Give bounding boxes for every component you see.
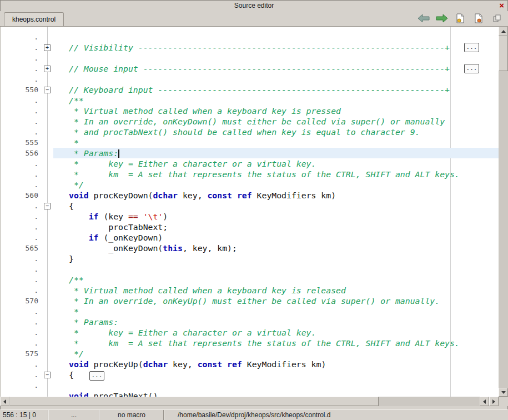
code-text: * km = A set that represents the status … [53, 169, 499, 179]
status-bar: 556 : 15 | 0 ... no macro /home/basile/D… [0, 409, 508, 420]
fold-column: + [42, 42, 53, 53]
code-line[interactable]: . [1, 264, 499, 274]
fold-column: − [42, 369, 53, 380]
line-number: . [1, 232, 42, 243]
vertical-scrollbar[interactable] [499, 27, 508, 397]
save-document-icon[interactable] [472, 13, 485, 24]
fold-column [42, 274, 53, 285]
code-text: * Virtual method called when a keyboard … [53, 285, 499, 296]
line-number: . [1, 179, 42, 190]
code-line[interactable]: . [1, 380, 499, 391]
detach-editor-icon[interactable] [490, 13, 504, 24]
code-line[interactable]: ./** [1, 274, 499, 285]
code-line[interactable]: .+// Mouse input -----------------------… [1, 63, 499, 74]
code-text: // Mouse input -------------------------… [53, 63, 499, 74]
code-line[interactable]: . if (key == '\t') [1, 211, 499, 222]
fold-toggle-icon[interactable]: + [44, 66, 51, 72]
tab-bar: kheops.control [0, 11, 508, 27]
fold-toggle-icon[interactable]: + [44, 44, 51, 51]
fold-column [42, 232, 53, 243]
code-text: // Keyboard input ----------------------… [53, 84, 499, 95]
line-number: . [1, 42, 42, 53]
code-line[interactable]: . * Virtual method called when a keyboar… [1, 285, 499, 296]
code-line[interactable]: 575 */ [1, 348, 499, 359]
close-icon[interactable]: × [499, 1, 504, 11]
fold-column [42, 137, 53, 148]
code-line[interactable]: 550−// Keyboard input ------------------… [1, 84, 499, 95]
code-line[interactable]: . * key = Either a character or a virtua… [1, 327, 499, 338]
new-document-icon[interactable] [454, 13, 467, 24]
fold-toggle-icon[interactable]: − [44, 203, 51, 209]
code-line[interactable]: . * km = A set that represents the statu… [1, 169, 499, 179]
fold-column [42, 148, 53, 158]
code-text: void procKeyUp(dchar key, const ref KeyM… [53, 359, 499, 369]
code-line[interactable]: . [1, 74, 499, 84]
window-title: Source editor [234, 2, 274, 9]
line-number: 565 [1, 243, 42, 253]
code-line[interactable]: . * km = A set that represents the statu… [1, 338, 499, 348]
folded-region-ellipsis[interactable]: ... [464, 43, 479, 52]
horizontal-scrollbar-thumb[interactable] [9, 397, 379, 406]
code-text: void procKeyDown(dchar key, const ref Ke… [53, 190, 499, 201]
line-number: . [1, 338, 42, 348]
code-line[interactable]: 560void procKeyDown(dchar key, const ref… [1, 190, 499, 201]
fold-column [42, 222, 53, 232]
fold-column [42, 391, 53, 397]
statusbar-ellipsis: ... [49, 410, 99, 420]
code-line[interactable]: 570 * In an override, onKeyUp() must eit… [1, 296, 499, 306]
line-number: . [1, 106, 42, 116]
code-line[interactable]: . * Params: [1, 317, 499, 327]
scroll-down-icon[interactable] [499, 388, 508, 397]
code-line[interactable]: . * and procTabNext() should be called w… [1, 127, 499, 137]
scroll-up-icon[interactable] [499, 27, 508, 36]
code-line[interactable]: 556 * Params: [1, 148, 499, 158]
code-line[interactable]: . * [1, 306, 499, 317]
caret-position: 556 : 15 | 0 [0, 410, 48, 420]
code-line[interactable]: . */ [1, 179, 499, 190]
code-line[interactable]: .+// Visibility ------------------------… [1, 42, 499, 53]
code-line[interactable]: .void procKeyUp(dchar key, const ref Key… [1, 359, 499, 369]
fold-column [42, 190, 53, 201]
code-line[interactable]: . * Virtual method called when a keyboar… [1, 106, 499, 116]
code-line[interactable]: .−{... [1, 369, 499, 380]
code-line[interactable]: ./** [1, 95, 499, 106]
code-text [53, 380, 499, 391]
scroll-left-secondary-icon[interactable] [480, 397, 489, 406]
code-line[interactable]: 565 _onKeyDown(this, key, km); [1, 243, 499, 253]
code-text: * key = Either a character or a virtual … [53, 327, 499, 338]
line-number: . [1, 95, 42, 106]
code-line[interactable]: . * In an override, onKeyDown() must eit… [1, 116, 499, 127]
code-line[interactable]: . [1, 53, 499, 63]
scroll-left-icon[interactable] [0, 397, 9, 406]
go-previous-icon[interactable] [417, 13, 430, 24]
fold-column [42, 169, 53, 179]
code-line[interactable]: .void procTabNext() [1, 391, 499, 397]
fold-toggle-icon[interactable]: − [44, 87, 51, 93]
scroll-right-icon[interactable] [489, 397, 499, 406]
go-next-icon[interactable] [435, 13, 449, 24]
fold-column [42, 243, 53, 253]
vertical-scrollbar-thumb[interactable] [499, 36, 508, 71]
line-number: 556 [1, 148, 42, 158]
code-line[interactable]: .} [1, 253, 499, 264]
line-number: . [1, 327, 42, 338]
line-number: . [1, 285, 42, 296]
folded-region-ellipsis[interactable]: ... [464, 64, 479, 73]
code-line[interactable]: . if (_onKeyDown) [1, 232, 499, 243]
folded-region-ellipsis[interactable]: ... [89, 371, 104, 381]
fold-column: − [42, 84, 53, 95]
line-number: . [1, 391, 42, 397]
tab-kheops-control[interactable]: kheops.control [4, 12, 64, 26]
fold-column [42, 158, 53, 169]
code-line[interactable]: .−{ [1, 201, 499, 211]
code-line[interactable]: . * key = Either a character or a virtua… [1, 158, 499, 169]
editor[interactable]: ..+// Visibility -----------------------… [0, 27, 499, 397]
line-number: . [1, 53, 42, 63]
fold-column: − [42, 201, 53, 211]
horizontal-scrollbar[interactable] [0, 397, 499, 406]
code-text: if (key == '\t') [53, 211, 499, 222]
code-line[interactable]: 555 * [1, 137, 499, 148]
fold-toggle-icon[interactable]: − [44, 372, 51, 378]
code-line[interactable]: . [1, 32, 499, 42]
code-line[interactable]: . procTabNext; [1, 222, 499, 232]
